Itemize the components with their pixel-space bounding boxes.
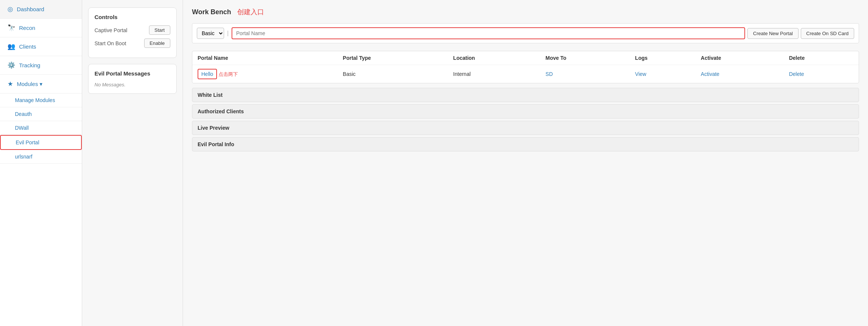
sidebar-item-label: Dashboard	[17, 6, 44, 12]
portals-table: Portal Name Portal Type Location Move To…	[192, 51, 859, 83]
sidebar-item-label: Clients	[19, 43, 36, 50]
sidebar-item-manage-modules[interactable]: Manage Modules	[0, 93, 82, 107]
start-on-boot-label: Start On Boot	[94, 40, 126, 46]
controls-title: Controls	[94, 14, 170, 20]
dashboard-icon: ◎	[7, 5, 13, 13]
col-activate: Activate	[695, 51, 784, 65]
col-portal-name: Portal Name	[192, 51, 338, 65]
evil-portal-messages-title: Evil Portal Messages	[94, 70, 170, 77]
sidebar-item-evil-portal[interactable]: Evil Portal	[0, 135, 82, 150]
sidebar-item-recon[interactable]: 🔭 Recon	[0, 19, 82, 37]
col-location: Location	[448, 51, 540, 65]
sidebar-item-clients[interactable]: 👥 Clients	[0, 37, 82, 56]
captive-portal-start-button[interactable]: Start	[149, 25, 170, 35]
sidebar-item-dwall[interactable]: DWall	[0, 121, 82, 135]
sidebar-item-label: Modules ▾	[17, 81, 43, 87]
portal-hello-link[interactable]: Hello	[198, 69, 217, 79]
live-preview-section[interactable]: Live Preview	[192, 121, 859, 135]
create-on-sd-card-button[interactable]: Create On SD Card	[801, 28, 854, 39]
authorized-clients-section[interactable]: Authorized Clients	[192, 104, 859, 119]
workbench-subtitle: 创建入口	[237, 7, 264, 16]
portal-type-select[interactable]: Basic	[197, 28, 224, 39]
no-messages-text: No Messages.	[94, 82, 170, 87]
workbench-header: Work Bench 创建入口	[192, 7, 859, 16]
start-on-boot-enable-button[interactable]: Enable	[144, 39, 170, 48]
white-list-section[interactable]: White List	[192, 88, 859, 102]
col-logs: Logs	[630, 51, 695, 65]
workbench-title: Work Bench	[192, 8, 231, 16]
tracking-icon: ⚙️	[7, 61, 15, 69]
table-row: Hello 点击两下 Basic Internal SD View Activa…	[192, 65, 859, 83]
recon-icon: 🔭	[7, 24, 15, 32]
col-delete: Delete	[784, 51, 859, 65]
sidebar-item-dashboard[interactable]: ◎ Dashboard	[0, 0, 82, 19]
portal-name-cell: Hello 点击两下	[192, 65, 338, 83]
modules-icon: ★	[7, 80, 13, 88]
controls-panel: Controls Captive Portal Start Start On B…	[82, 0, 183, 326]
portal-type-cell: Basic	[338, 65, 448, 83]
sidebar-item-tracking[interactable]: ⚙️ Tracking	[0, 56, 82, 75]
activate-cell: Activate	[695, 65, 784, 83]
create-new-portal-button[interactable]: Create New Portal	[747, 28, 798, 39]
location-cell: Internal	[448, 65, 540, 83]
col-move-to: Move To	[540, 51, 630, 65]
portal-name-input[interactable]	[232, 27, 745, 39]
sidebar-item-urlsnarf[interactable]: urlsnarf	[0, 150, 82, 164]
divider-icon: |	[227, 30, 229, 37]
start-on-boot-row: Start On Boot Enable	[94, 39, 170, 48]
sidebar-item-label: Recon	[19, 25, 35, 31]
evil-portal-info-section[interactable]: Evil Portal Info	[192, 137, 859, 151]
move-to-sd-link[interactable]: SD	[546, 71, 553, 77]
move-to-cell: SD	[540, 65, 630, 83]
clients-icon: 👥	[7, 43, 15, 50]
delete-cell: Delete	[784, 65, 859, 83]
sidebar-item-deauth[interactable]: Deauth	[0, 107, 82, 121]
sidebar: ◎ Dashboard 🔭 Recon 👥 Clients ⚙️ Trackin…	[0, 0, 82, 326]
evil-portal-messages-card: Evil Portal Messages No Messages.	[88, 64, 177, 94]
workbench: Work Bench 创建入口 Basic | Create New Porta…	[183, 0, 868, 326]
logs-cell: View	[630, 65, 695, 83]
sidebar-item-modules[interactable]: ★ Modules ▾	[0, 75, 82, 93]
captive-portal-row: Captive Portal Start	[94, 25, 170, 35]
main-content: Controls Captive Portal Start Start On B…	[82, 0, 868, 326]
portal-create-row: Basic | Create New Portal Create On SD C…	[192, 23, 859, 43]
portal-chinese-note: 点击两下	[218, 71, 238, 77]
view-logs-link[interactable]: View	[635, 71, 646, 77]
col-portal-type: Portal Type	[338, 51, 448, 65]
activate-link[interactable]: Activate	[701, 71, 719, 77]
controls-card: Controls Captive Portal Start Start On B…	[88, 7, 177, 58]
captive-portal-label: Captive Portal	[94, 27, 127, 33]
sidebar-item-label: Tracking	[19, 62, 40, 68]
delete-link[interactable]: Delete	[789, 71, 804, 77]
